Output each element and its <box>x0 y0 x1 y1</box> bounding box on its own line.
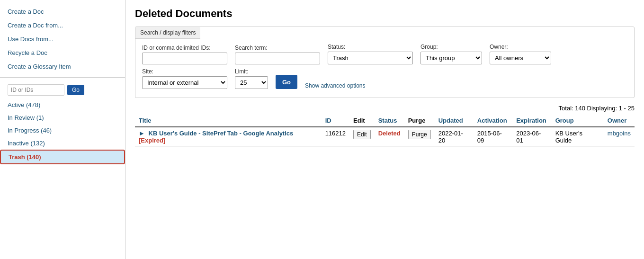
table-row: ► KB User's Guide - SitePref Tab - Googl… <box>135 127 635 147</box>
row-purge-button[interactable]: Purge <box>408 130 431 139</box>
col-status: Status <box>375 115 404 127</box>
filter-status-label: Status: <box>328 44 413 50</box>
row-owner-cell: mbgoins <box>604 127 635 147</box>
sidebar: Create a Doc Create a Doc from... Use Do… <box>0 0 125 259</box>
filter-site-select[interactable]: Internal or external Internal External <box>142 76 227 89</box>
results-table: Title ID Edit Status Purge Updated Activ… <box>135 115 635 147</box>
col-activation-link[interactable]: Activation <box>477 117 507 124</box>
col-group-link[interactable]: Group <box>555 117 574 124</box>
filter-owner-label: Owner: <box>490 44 551 50</box>
row-activation-cell: 2015-06-09 <box>474 127 512 147</box>
sidebar-item-create-doc[interactable]: Create a Doc <box>0 5 125 18</box>
page-title: Deleted Documents <box>135 8 635 20</box>
col-activation: Activation <box>474 115 512 127</box>
sidebar-item-inactive[interactable]: Inactive (132) <box>0 137 125 150</box>
filter-id-label: ID or comma delimited IDs: <box>142 45 227 51</box>
filter-id-field: ID or comma delimited IDs: <box>142 45 227 64</box>
results-info: Total: 140 Displaying: 1 - 25 <box>135 105 635 112</box>
filter-site-label: Site: <box>142 68 227 75</box>
row-owner-link[interactable]: mbgoins <box>608 130 631 137</box>
filter-site-field: Site: Internal or external Internal Exte… <box>142 68 227 89</box>
filter-panel-body: ID or comma delimited IDs: Search term: … <box>135 39 634 98</box>
col-title-link[interactable]: Title <box>139 117 152 124</box>
main-wrapper: Deleted Documents Search / display filte… <box>125 0 644 259</box>
table-body: ► KB User's Guide - SitePref Tab - Googl… <box>135 127 635 147</box>
row-expiration-cell: 2023-06-01 <box>512 127 551 147</box>
filter-id-input[interactable] <box>142 53 227 64</box>
col-id-link[interactable]: ID <box>325 117 331 124</box>
col-expiration: Expiration <box>512 115 551 127</box>
row-id-cell: 116212 <box>322 127 349 147</box>
sidebar-item-use-docs-from[interactable]: Use Docs from... <box>0 32 125 46</box>
row-group-cell: KB User's Guide <box>552 127 604 147</box>
sidebar-item-recycle-doc[interactable]: Recycle a Doc <box>0 46 125 60</box>
col-expiration-link[interactable]: Expiration <box>516 117 546 124</box>
row-title-cell: ► KB User's Guide - SitePref Tab - Googl… <box>135 127 322 147</box>
row-updated-cell: 2022-01-20 <box>435 127 474 147</box>
row-status-cell: Deleted <box>375 127 404 147</box>
col-id: ID <box>322 115 349 127</box>
filter-search-field: Search term: <box>235 45 320 64</box>
col-edit: Edit <box>349 115 375 127</box>
sidebar-nav: Create a Doc Create a Doc from... Use Do… <box>0 5 125 73</box>
main-content: Deleted Documents Search / display filte… <box>125 0 644 154</box>
row-status-value: Deleted <box>378 130 401 137</box>
filter-panel-header: Search / display filters <box>135 27 200 39</box>
filter-group-label: Group: <box>420 44 482 50</box>
show-advanced-link[interactable]: Show advanced options <box>305 82 365 89</box>
col-status-link[interactable]: Status <box>378 117 397 124</box>
table-header-row: Title ID Edit Status Purge Updated Activ… <box>135 115 635 127</box>
col-group: Group <box>552 115 604 127</box>
sidebar-id-input[interactable] <box>8 84 64 96</box>
filter-row-2: Site: Internal or external Internal Exte… <box>142 68 627 89</box>
sidebar-item-create-glossary[interactable]: Create a Glossary Item <box>0 60 125 73</box>
row-title-link[interactable]: KB User's Guide - SitePref Tab - Google … <box>139 130 293 144</box>
col-title: Title <box>135 115 322 127</box>
filter-group-select[interactable]: This group All groups <box>420 52 482 64</box>
filter-limit-field: Limit: 25 50 100 <box>235 68 268 89</box>
filter-status-select[interactable]: Trash Active Deleted All <box>328 52 413 64</box>
filter-owner-select[interactable]: All owners <box>490 52 551 64</box>
filter-search-label: Search term: <box>235 45 320 51</box>
expired-tag: [Expired] <box>139 137 165 144</box>
filter-owner-field: Owner: All owners <box>490 44 551 64</box>
filter-limit-label: Limit: <box>235 68 268 75</box>
filter-limit-select[interactable]: 25 50 100 <box>235 76 268 89</box>
col-purge: Purge <box>404 115 435 127</box>
sidebar-item-in-progress[interactable]: In Progress (46) <box>0 124 125 137</box>
filter-go-button[interactable]: Go <box>276 75 297 89</box>
sidebar-item-active[interactable]: Active (478) <box>0 98 125 111</box>
row-expand-icon[interactable]: ► <box>139 130 145 137</box>
row-purge-cell: Purge <box>404 127 435 147</box>
filter-status-field: Status: Trash Active Deleted All <box>328 44 413 64</box>
row-edit-button[interactable]: Edit <box>353 130 371 139</box>
col-updated-link[interactable]: Updated <box>438 117 463 124</box>
sidebar-item-in-review[interactable]: In Review (1) <box>0 111 125 124</box>
filter-group-field: Group: This group All groups <box>420 44 482 64</box>
sidebar-item-create-doc-from[interactable]: Create a Doc from... <box>0 18 125 32</box>
table-header: Title ID Edit Status Purge Updated Activ… <box>135 115 635 127</box>
sidebar-divider <box>0 77 125 78</box>
sidebar-go-button[interactable]: Go <box>67 85 84 95</box>
col-updated: Updated <box>435 115 474 127</box>
col-owner-link[interactable]: Owner <box>608 117 626 124</box>
row-edit-cell: Edit <box>349 127 375 147</box>
filter-search-input[interactable] <box>235 53 320 64</box>
filter-panel: Search / display filters ID or comma del… <box>135 27 635 98</box>
sidebar-item-trash[interactable]: Trash (140) <box>0 150 125 164</box>
filter-row-1: ID or comma delimited IDs: Search term: … <box>142 44 627 64</box>
col-owner: Owner <box>604 115 635 127</box>
sidebar-id-filter: Go <box>0 81 125 98</box>
